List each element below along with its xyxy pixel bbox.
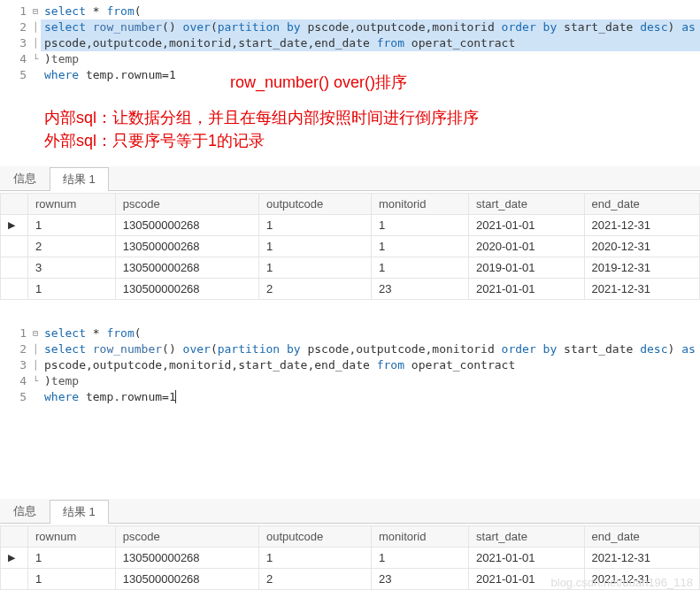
sql-editor-bottom[interactable]: 1 ⊟ select * from( 2 │ select row_number… — [0, 322, 700, 410]
cell-end: 2021-12-31 — [584, 548, 699, 569]
line-number: 1 — [0, 4, 30, 19]
cell-start: 2021-01-01 — [469, 279, 584, 300]
tab-result[interactable]: 结果 1 — [50, 167, 109, 191]
col-startdate[interactable]: start_date — [469, 526, 584, 548]
line-number: 1 — [0, 326, 30, 341]
line-number: 5 — [0, 389, 30, 405]
bottom-panel: 1 ⊟ select * from( 2 │ select row_number… — [0, 322, 700, 589]
code-line: where temp.rownum=1 — [41, 389, 700, 405]
col-rownum[interactable]: rownum — [28, 194, 116, 215]
result-tabs-bottom: 信息 结果 1 — [0, 499, 700, 524]
top-panel: 1 ⊟ select * from( 2 │ select row_number… — [0, 0, 700, 300]
cell-pscode: 130500000268 — [115, 279, 258, 300]
code-line: pscode,outputcode,monitorid,start_date,e… — [41, 357, 700, 373]
cell-pscode: 130500000268 — [115, 236, 258, 257]
code-line: select * from( — [41, 326, 700, 341]
line-number: 5 — [0, 67, 30, 83]
tab-info[interactable]: 信息 — [0, 499, 50, 523]
cell-monitorid: 23 — [372, 279, 469, 300]
col-enddate[interactable]: end_date — [584, 194, 699, 215]
col-outputcode[interactable]: outputcode — [258, 194, 371, 215]
fold-line-icon: │ — [30, 341, 41, 357]
cell-outputcode: 1 — [258, 548, 371, 569]
code-line: )temp — [41, 373, 700, 389]
table-row[interactable]: ▶ 1 130500000268 1 1 2021-01-01 2021-12-… — [1, 215, 700, 236]
fold-line-icon: │ — [30, 357, 41, 373]
fold-icon[interactable]: ⊟ — [30, 326, 41, 341]
table-row[interactable]: 1 130500000268 2 23 2021-01-01 2021-12-3… — [1, 279, 700, 300]
line-number: 3 — [0, 357, 30, 373]
cell-end: 2020-12-31 — [584, 236, 699, 257]
col-monitorid[interactable]: monitorid — [372, 194, 469, 215]
row-marker-header — [1, 194, 28, 215]
col-rownum[interactable]: rownum — [28, 526, 116, 548]
tab-info[interactable]: 信息 — [0, 166, 50, 190]
row-marker-icon: ▶ — [1, 548, 28, 569]
table-row[interactable]: ▶ 1 130500000268 1 1 2021-01-01 2021-12-… — [1, 548, 700, 569]
col-monitorid[interactable]: monitorid — [372, 526, 469, 548]
cell-rownum: 1 — [28, 215, 116, 236]
col-pscode[interactable]: pscode — [115, 194, 258, 215]
cell-pscode: 130500000268 — [115, 257, 258, 279]
fold-line-icon: │ — [30, 19, 41, 35]
line-number: 2 — [0, 341, 30, 357]
cell-monitorid: 1 — [372, 257, 469, 279]
cell-end: 2021-12-31 — [584, 215, 699, 236]
line-number: 2 — [0, 19, 30, 35]
fold-icon[interactable]: ⊟ — [30, 4, 41, 19]
row-marker-icon: ▶ — [1, 215, 28, 236]
col-enddate[interactable]: end_date — [584, 526, 699, 548]
cell-rownum: 2 — [28, 236, 116, 257]
tab-result[interactable]: 结果 1 — [50, 500, 109, 524]
cell-monitorid: 1 — [372, 548, 469, 569]
table-row[interactable]: 2 130500000268 1 1 2020-01-01 2020-12-31 — [1, 236, 700, 257]
fold-line-icon: │ — [30, 35, 41, 51]
cell-pscode: 130500000268 — [115, 548, 258, 569]
cell-start: 2019-01-01 — [469, 257, 584, 279]
cell-rownum: 3 — [28, 257, 116, 279]
row-marker-header — [1, 526, 28, 548]
cell-outputcode: 2 — [258, 279, 371, 300]
cell-start: 2021-01-01 — [469, 548, 584, 569]
code-line-highlight: select row_number() over(partition by ps… — [41, 19, 700, 35]
cell-rownum: 1 — [28, 279, 116, 300]
code-line: select row_number() over(partition by ps… — [41, 341, 700, 357]
cell-pscode: 130500000268 — [115, 215, 258, 236]
code-line: select * from( — [41, 4, 700, 19]
cell-rownum: 1 — [28, 548, 116, 569]
table-row[interactable]: 3 130500000268 1 1 2019-01-01 2019-12-31 — [1, 257, 700, 279]
line-number: 4 — [0, 51, 30, 67]
cell-outputcode: 1 — [258, 215, 371, 236]
table-header-row: rownum pscode outputcode monitorid start… — [1, 526, 700, 548]
fold-end-icon: └ — [30, 373, 41, 389]
table-header-row: rownum pscode outputcode monitorid start… — [1, 194, 700, 215]
watermark-text: blog.csdn.net/duan196_118 — [0, 576, 700, 589]
cell-monitorid: 1 — [372, 236, 469, 257]
fold-end-icon: └ — [30, 51, 41, 67]
col-outputcode[interactable]: outputcode — [258, 526, 371, 548]
result-table-top[interactable]: rownum pscode outputcode monitorid start… — [0, 193, 700, 300]
cell-end: 2019-12-31 — [584, 257, 699, 279]
cell-start: 2021-01-01 — [469, 215, 584, 236]
code-line-highlight: pscode,outputcode,monitorid,start_date,e… — [41, 35, 700, 51]
cell-monitorid: 1 — [372, 215, 469, 236]
cell-outputcode: 1 — [258, 257, 371, 279]
line-number: 4 — [0, 373, 30, 389]
result-tabs-top: 信息 结果 1 — [0, 166, 700, 191]
cell-end: 2021-12-31 — [584, 279, 699, 300]
col-startdate[interactable]: start_date — [469, 194, 584, 215]
code-line: )temp — [41, 51, 700, 67]
text-caret-icon — [175, 390, 183, 403]
cell-start: 2020-01-01 — [469, 236, 584, 257]
col-pscode[interactable]: pscode — [115, 526, 258, 548]
annotation-inner-sql: 内部sql：让数据分组，并且在每组内部按照时间进行倒序排序 — [0, 106, 700, 129]
cell-outputcode: 1 — [258, 236, 371, 257]
line-number: 3 — [0, 35, 30, 51]
annotation-outer-sql: 外部sql：只要序号等于1的记录 — [0, 129, 700, 152]
